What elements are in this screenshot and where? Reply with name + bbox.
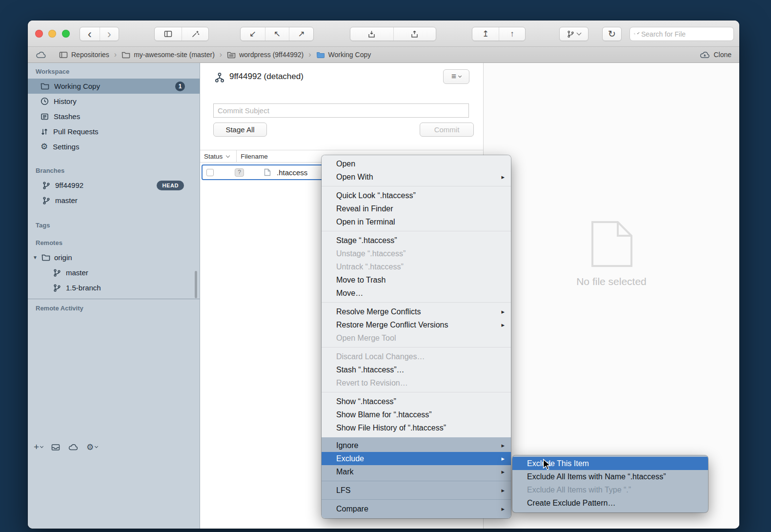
inbox-button[interactable] <box>51 444 60 451</box>
breadcrumb-subrepo[interactable]: wordpress (9ff44992) <box>227 51 304 59</box>
checkout-button[interactable]: ↥ <box>472 27 499 41</box>
branch-menu-group <box>559 27 588 41</box>
breadcrumb-working-copy[interactable]: Working Copy <box>316 51 371 59</box>
layout-icon <box>164 30 172 38</box>
cherry-pick-button[interactable]: ↑ <box>499 27 525 41</box>
sidebar-remote-branch-1-5[interactable]: 1.5-branch <box>28 280 200 295</box>
repo-icon <box>59 51 68 59</box>
breadcrumb-separator: › <box>220 50 222 59</box>
menu-item-show[interactable]: Show “.htaccess” <box>322 395 511 408</box>
column-divider[interactable] <box>236 150 237 162</box>
breadcrumb-repo[interactable]: my-awesome-site (master) <box>122 51 215 59</box>
sidebar-branch-master[interactable]: master <box>28 193 200 208</box>
sidebar-item-working-copy[interactable]: Working Copy 1 <box>28 79 200 94</box>
menu-item-move[interactable]: Move… <box>322 286 511 300</box>
merge-button[interactable]: ↙ <box>241 27 265 41</box>
disclosure-triangle-icon[interactable]: ▼ <box>33 255 38 260</box>
filename-column-header[interactable]: Filename <box>241 153 268 160</box>
menu-item-open[interactable]: Open <box>322 157 511 170</box>
clone-button[interactable]: Clone <box>700 51 731 59</box>
plus-icon: + <box>34 442 39 452</box>
status-column-header[interactable]: Status <box>204 153 223 160</box>
remote-folder-icon <box>41 254 50 261</box>
branch-icon <box>53 269 61 277</box>
menu-item-exclude[interactable]: Exclude▸ <box>322 452 511 465</box>
breadcrumb: Repositories › my-awesome-site (master) … <box>28 47 739 63</box>
refresh-group: ↻ <box>602 27 622 41</box>
no-file-selected-text: No file selected <box>484 276 739 287</box>
breadcrumb-separator: › <box>114 50 117 59</box>
titlebar: ‹ › ↙ ↖ ↗ ↥ ↑ <box>28 20 739 47</box>
menu-separator <box>322 392 511 392</box>
gear-icon: ⚙ <box>41 142 48 152</box>
sidebar-remote-branch-2-0[interactable]: 2.0-branch <box>28 295 200 299</box>
branch-icon <box>53 284 61 292</box>
submenu-item-exclude-all-with-name[interactable]: Exclude All Items with Name “.htaccess” <box>512 470 708 483</box>
zoom-window-button[interactable] <box>62 30 70 38</box>
untracked-status-badge: ? <box>235 168 244 177</box>
menu-item-stage[interactable]: Stage “.htaccess” <box>322 234 511 247</box>
settings-menu-button[interactable]: ⚙ <box>86 442 98 452</box>
folder-icon <box>122 51 130 59</box>
submenu-item-create-exclude-pattern[interactable]: Create Exclude Pattern… <box>512 496 708 510</box>
cloud-icon[interactable] <box>36 51 46 59</box>
menu-item-open-in-terminal[interactable]: Open in Terminal <box>322 215 511 228</box>
stage-checkbox[interactable] <box>206 169 214 176</box>
menu-item-quick-look[interactable]: Quick Look “.htaccess” <box>322 189 511 202</box>
menu-item-reveal-in-finder[interactable]: Reveal in Finder <box>322 202 511 215</box>
context-menu-upper: Open Open With▸ Quick Look “.htaccess” R… <box>322 155 511 437</box>
submenu-arrow-icon: ▸ <box>501 468 505 475</box>
menu-item-open-with[interactable]: Open With▸ <box>322 170 511 184</box>
commit-ref-title: 9ff44992 (detached) <box>229 72 304 82</box>
commit-subject-input[interactable] <box>213 103 469 118</box>
breadcrumb-repositories[interactable]: Repositories <box>59 51 109 59</box>
push-button[interactable]: ↗ <box>289 27 313 41</box>
pull-button[interactable]: ↖ <box>265 27 289 41</box>
back-button[interactable]: ‹ <box>80 27 100 41</box>
close-window-button[interactable] <box>35 30 43 38</box>
menu-item-restore-merge-conflict-versions[interactable]: Restore Merge Conflict Versions▸ <box>322 318 511 331</box>
view-options-button[interactable]: ≡ <box>443 69 469 84</box>
sidebar-item-pull-requests[interactable]: Pull Requests <box>28 124 200 139</box>
head-badge: HEAD <box>157 181 184 190</box>
stash-button[interactable] <box>350 27 393 41</box>
sidebar-remote-branch-master[interactable]: master <box>28 265 200 280</box>
stage-all-button[interactable]: Stage All <box>213 123 267 137</box>
sidebar-item-history[interactable]: History <box>28 94 200 109</box>
commit-button-group: ↥ ↑ <box>472 27 526 41</box>
sidebar-item-stashes[interactable]: Stashes <box>28 109 200 124</box>
menu-item-move-to-trash[interactable]: Move to Trash <box>322 273 511 286</box>
menu-item-compare[interactable]: Compare▸ <box>322 502 511 515</box>
sidebar-item-label: Pull Requests <box>53 127 99 136</box>
refresh-button[interactable]: ↻ <box>603 27 621 41</box>
cloud-sync-button[interactable] <box>68 444 78 450</box>
menu-item-lfs[interactable]: LFS▸ <box>322 484 511 497</box>
sidebar-branch-9ff44992[interactable]: 9ff44992 HEAD <box>28 178 200 193</box>
layout-button[interactable] <box>155 27 182 41</box>
menu-item-stash[interactable]: Stash “.htaccess”… <box>322 363 511 376</box>
menu-item-show-file-history[interactable]: Show File History of “.htaccess” <box>322 421 511 434</box>
sidebar-scroll-area: Workspace Working Copy 1 History Stashes… <box>28 63 200 299</box>
menu-item-ignore[interactable]: Ignore▸ <box>322 439 511 452</box>
quick-actions-button[interactable] <box>182 27 208 41</box>
sidebar-scrollbar[interactable] <box>195 271 197 298</box>
sidebar-item-settings[interactable]: ⚙ Settings <box>28 139 200 154</box>
inbox-icon <box>51 444 60 451</box>
sidebar-remote-origin[interactable]: ▼ origin <box>28 250 200 265</box>
tags-section-label: Tags <box>36 222 200 229</box>
search-input[interactable] <box>641 30 730 38</box>
branch-menu-button[interactable] <box>560 27 588 41</box>
add-button[interactable]: + <box>34 442 43 452</box>
commit-button[interactable]: Commit <box>420 123 474 137</box>
context-menu-lower: Ignore▸ Exclude▸ Mark▸ LFS▸ Compare▸ <box>322 437 511 518</box>
menu-item-resolve-merge-conflicts[interactable]: Resolve Merge Conflicts▸ <box>322 305 511 318</box>
menu-item-mark[interactable]: Mark▸ <box>322 465 511 478</box>
branch-icon <box>567 30 574 38</box>
submenu-arrow-icon: ▸ <box>501 173 505 181</box>
forward-button[interactable]: › <box>100 27 119 41</box>
apply-stash-button[interactable] <box>393 27 436 41</box>
menu-item-show-blame[interactable]: Show Blame for “.htaccess” <box>322 408 511 421</box>
minimize-window-button[interactable] <box>48 30 56 38</box>
arrow-up-bar-icon: ↥ <box>482 29 489 39</box>
arrow-up-right-icon: ↗ <box>298 29 305 39</box>
